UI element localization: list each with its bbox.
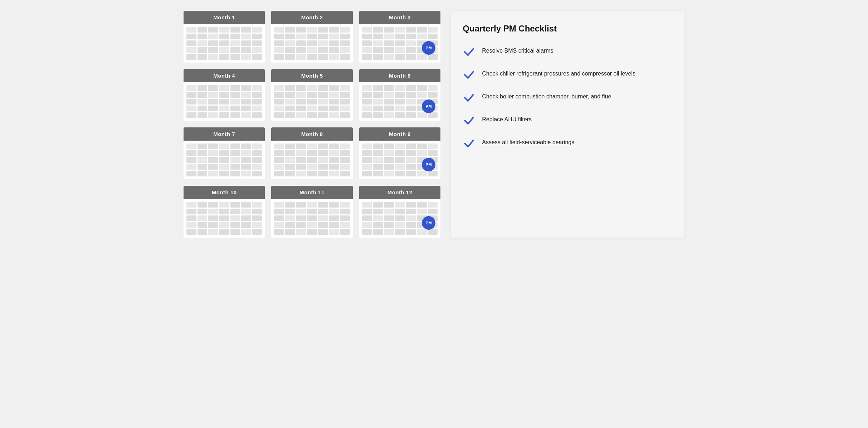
day-cell [274, 99, 284, 104]
day-cell [252, 229, 262, 235]
day-cell [329, 40, 339, 46]
day-cell [384, 164, 394, 170]
day-cell [318, 202, 328, 208]
day-cell [406, 92, 416, 98]
checklist-items: Resolve BMS critical alarms Check chille… [463, 45, 673, 150]
day-cell [373, 99, 383, 104]
day-cell [296, 229, 306, 235]
day-cell [198, 112, 208, 118]
day-cell [285, 47, 295, 53]
day-cell [219, 150, 229, 156]
day-cell [252, 209, 262, 214]
day-cell [230, 209, 240, 214]
day-cell [340, 34, 350, 39]
day-cell [241, 99, 251, 104]
checkmark-icon [463, 114, 476, 127]
day-cell [208, 157, 218, 163]
day-cell [219, 144, 229, 149]
day-cell [285, 164, 295, 170]
day-cell [198, 209, 208, 214]
day-cell [395, 144, 405, 149]
day-cell [230, 215, 240, 221]
day-cell [329, 85, 339, 91]
day-cell [395, 222, 405, 228]
day-cell [362, 202, 372, 208]
day-cell [307, 27, 317, 33]
day-cell [340, 171, 350, 176]
day-cell [208, 106, 218, 111]
day-cell [318, 164, 328, 170]
day-cell [428, 150, 438, 156]
month-header: Month 10 [184, 186, 265, 199]
day-cell [395, 229, 405, 235]
month-block: Month 6PM [359, 69, 440, 121]
day-cell [318, 34, 328, 39]
day-cell [406, 229, 416, 235]
day-cell [274, 222, 284, 228]
day-cell [296, 92, 306, 98]
day-cell [362, 99, 372, 104]
month-header: Month 4 [184, 69, 265, 82]
day-cell [296, 157, 306, 163]
day-cell [340, 106, 350, 111]
day-cell [285, 99, 295, 104]
day-cell [241, 92, 251, 98]
day-cell [329, 144, 339, 149]
day-cell [384, 34, 394, 39]
day-cell [318, 222, 328, 228]
day-cell [318, 229, 328, 235]
day-cell [285, 27, 295, 33]
month-block: Month 10 [184, 186, 265, 238]
day-cell [318, 54, 328, 60]
day-cell [241, 34, 251, 39]
day-cell [406, 99, 416, 104]
day-cell [219, 34, 229, 39]
day-cell [406, 164, 416, 170]
day-cell [230, 47, 240, 53]
day-cell [373, 106, 383, 111]
day-cell [219, 164, 229, 170]
day-cell [373, 54, 383, 60]
day-cell [362, 229, 372, 235]
calendar-section: Month 1Month 2Month 3PMMonth 4Month 5Mon… [184, 11, 440, 238]
day-cell [384, 171, 394, 176]
day-cell [329, 229, 339, 235]
day-cell [241, 209, 251, 214]
day-cell [186, 215, 196, 221]
day-cell [198, 106, 208, 111]
day-cell [198, 85, 208, 91]
day-cell [285, 112, 295, 118]
day-cell [307, 54, 317, 60]
day-cell [428, 112, 438, 118]
day-cell [252, 171, 262, 176]
checkmark-icon [463, 137, 476, 150]
day-cell [252, 99, 262, 104]
month-grid [184, 24, 265, 63]
day-cell [362, 112, 372, 118]
day-cell [362, 171, 372, 176]
day-cell [318, 112, 328, 118]
checklist-item-text: Assess all field-serviceable bearings [482, 137, 574, 147]
day-cell [307, 85, 317, 91]
day-cell [395, 164, 405, 170]
day-cell [362, 85, 372, 91]
month-header: Month 7 [184, 127, 265, 141]
day-cell [241, 144, 251, 149]
day-cell [417, 112, 427, 118]
day-cell [329, 222, 339, 228]
day-cell [241, 54, 251, 60]
day-cell [340, 92, 350, 98]
day-cell [186, 150, 196, 156]
day-cell [417, 202, 427, 208]
day-cell [208, 47, 218, 53]
day-cell [198, 34, 208, 39]
day-cell [274, 27, 284, 33]
day-cell [417, 92, 427, 98]
day-cell [208, 144, 218, 149]
day-cell [428, 34, 438, 39]
day-cell [329, 215, 339, 221]
day-cell [208, 40, 218, 46]
day-cell [307, 209, 317, 214]
day-cell [384, 85, 394, 91]
day-cell [219, 222, 229, 228]
